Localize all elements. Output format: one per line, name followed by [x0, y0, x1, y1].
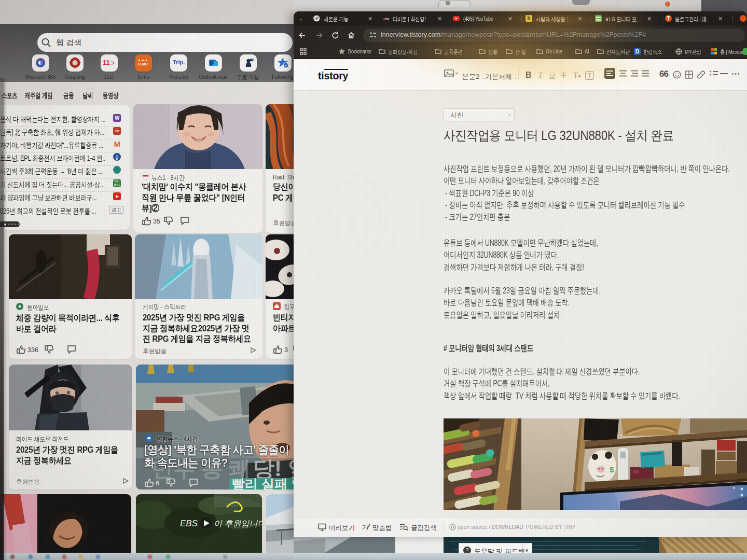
svg-text:$: $ — [610, 465, 614, 474]
svg-text:EBS: EBS — [180, 519, 198, 528]
svg-text:6: 6 — [156, 480, 159, 487]
svg-text:35: 35 — [153, 218, 160, 225]
svg-text:3: 3 — [284, 346, 288, 354]
svg-text:가: 가 — [362, 524, 368, 531]
svg-text:336: 336 — [27, 346, 38, 354]
svg-text:이 후원입니다: 이 후원입니다 — [214, 519, 262, 528]
